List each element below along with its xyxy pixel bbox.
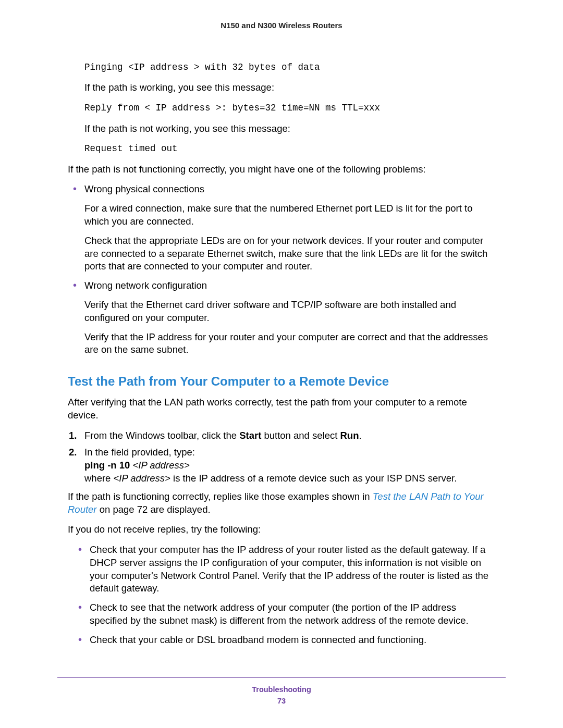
body-text: If the path is functioning correctly, re… [68, 490, 495, 516]
text-bold: Run [340, 430, 359, 441]
text-run: where [84, 473, 114, 484]
list-item: Wrong physical connections For a wired c… [68, 183, 495, 273]
body-text: Check that the appropriate LEDs are on f… [84, 235, 495, 273]
code-line: Reply from < IP address >: bytes=32 time… [84, 102, 495, 115]
list-item: 1. From the Windows toolbar, click the S… [68, 429, 495, 442]
text-italic: <IP address> [114, 473, 170, 484]
list-item-title: Wrong network configuration [84, 280, 207, 291]
body-text: Check that your computer has the IP addr… [90, 544, 488, 594]
text-bold: ping -n 10 [84, 460, 133, 471]
step-number: 1. [69, 429, 77, 442]
list-item: Check that your computer has the IP addr… [73, 544, 495, 595]
body-text: If you do not receive replies, try the f… [68, 523, 495, 536]
code-line: Request timed out [84, 142, 495, 155]
body-text: where <IP address> is the IP address of … [84, 472, 495, 485]
text-run: on page 72 are displayed. [97, 504, 211, 515]
body-text: If the path is working, you see this mes… [84, 81, 495, 94]
body-text: Verify that the Ethernet card driver sof… [84, 299, 495, 325]
body-text: Verify that the IP address for your rout… [84, 331, 495, 357]
body-text: After verifying that the LAN path works … [68, 396, 495, 422]
list-item: 2. In the field provided, type: ping -n … [68, 446, 495, 485]
command-line: ping -n 10 <IP address> [84, 459, 495, 472]
text-run: button and select [261, 430, 340, 441]
footer-page-number: 73 [0, 697, 563, 705]
ping-output-block: Pinging <IP address > with 32 bytes of d… [84, 61, 495, 156]
section-heading: Test the Path from Your Computer to a Re… [68, 374, 495, 389]
text-run: . [359, 430, 361, 441]
page-header: N150 and N300 Wireless Routers [68, 21, 495, 30]
document-page: N150 and N300 Wireless Routers Pinging <… [0, 0, 563, 728]
body-text: If the path is not working, you see this… [84, 122, 495, 135]
code-line: Pinging <IP address > with 32 bytes of d… [84, 61, 495, 74]
footer-divider [57, 677, 506, 678]
footer-section-name: Troubleshooting [0, 685, 563, 694]
step-number: 2. [69, 446, 77, 459]
step-list: 1. From the Windows toolbar, click the S… [68, 429, 495, 485]
troubleshoot-list: Check that your computer has the IP addr… [68, 544, 495, 646]
list-item-title: Wrong physical connections [84, 183, 204, 194]
body-text: Check that your cable or DSL broadband m… [90, 634, 426, 645]
problem-list: Wrong physical connections For a wired c… [68, 183, 495, 356]
body-text: Check to see that the network address of… [90, 602, 469, 626]
body-text: If the path is not functioning correctly… [68, 163, 495, 176]
list-item: Wrong network configuration Verify that … [68, 279, 495, 356]
text-run: is the IP address of a remote device suc… [170, 473, 457, 484]
step-text: In the field provided, type: [84, 447, 195, 458]
text-italic: <IP address> [133, 460, 190, 471]
list-item: Check to see that the network address of… [73, 601, 495, 627]
body-text: For a wired connection, make sure that t… [84, 202, 495, 228]
list-item: Check that your cable or DSL broadband m… [73, 634, 495, 647]
text-run: If the path is functioning correctly, re… [68, 491, 373, 502]
text-bold: Start [239, 430, 261, 441]
step-text: From the Windows toolbar, click the Star… [84, 430, 362, 441]
text-run: From the Windows toolbar, click the [84, 430, 239, 441]
